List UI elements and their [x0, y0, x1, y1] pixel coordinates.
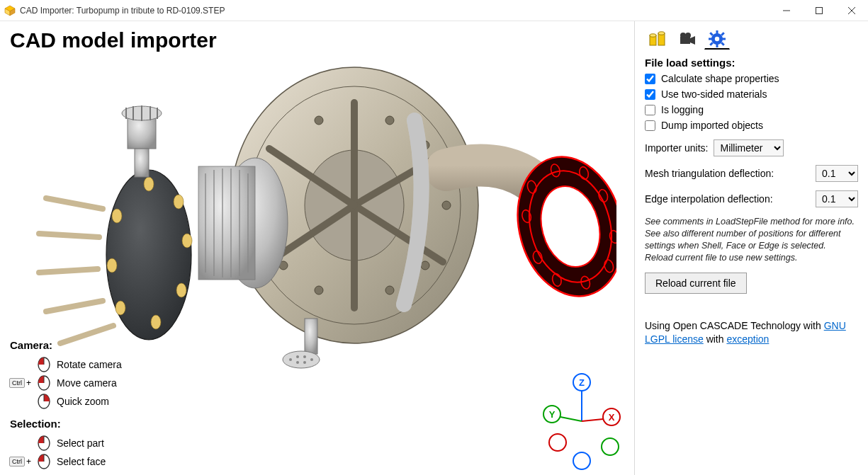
- helper-text: See comments in LoadStepFile method for …: [645, 216, 858, 264]
- controls-legend: Camera: Rotate camera Ctrl+ Move camera …: [10, 332, 122, 471]
- tab-tools[interactable]: [645, 28, 670, 50]
- camera-icon: [678, 31, 697, 47]
- row-mesh-tri: Mesh triangulation deflection: 0.010.050…: [645, 165, 858, 182]
- svg-point-49: [176, 283, 186, 297]
- checkbox-two-sided[interactable]: [645, 89, 655, 100]
- legend-move-camera: Ctrl+ Move camera: [10, 374, 122, 392]
- svg-rect-109: [722, 38, 726, 40]
- svg-point-18: [442, 201, 451, 210]
- sidebar-tabs: [645, 28, 858, 50]
- svg-text:Z: Z: [579, 377, 585, 388]
- cylinders-icon: [648, 31, 667, 47]
- svg-point-68: [283, 351, 320, 368]
- select-importer-units[interactable]: MillimeterCentimeterMeterInchFoot: [714, 139, 784, 156]
- svg-rect-66: [135, 149, 149, 177]
- svg-point-21: [315, 286, 323, 294]
- axis-triad[interactable]: Z Y X: [539, 372, 624, 471]
- check-label: Calculate shape properties: [661, 73, 779, 84]
- svg-point-71: [303, 355, 306, 358]
- mouse-left-icon: [37, 435, 51, 451]
- checkbox-dump-imported[interactable]: [645, 120, 655, 131]
- app-icon: [4, 5, 16, 16]
- legend-quick-zoom: Quick zoom: [10, 392, 122, 411]
- legend-label: Quick zoom: [57, 396, 109, 407]
- svg-point-100: [658, 32, 665, 35]
- legend-label: Select part: [57, 437, 104, 449]
- svg-point-104: [685, 33, 691, 38]
- svg-line-55: [39, 234, 99, 237]
- legend-rotate-camera: Rotate camera: [10, 355, 122, 374]
- legend-label: Select face: [57, 456, 106, 467]
- svg-point-52: [107, 258, 117, 273]
- svg-point-50: [151, 315, 161, 329]
- svg-rect-106: [716, 30, 718, 34]
- svg-point-46: [144, 177, 154, 191]
- check-two-sided[interactable]: Use two-sided materials: [645, 88, 858, 100]
- exception-link[interactable]: exception: [726, 333, 769, 345]
- svg-point-48: [182, 234, 192, 248]
- legend-label: Rotate camera: [57, 359, 122, 370]
- title-bar: CAD Importer: Turbopump in tribute to RD…: [0, 0, 868, 21]
- svg-rect-4: [816, 7, 823, 13]
- edge-interp-label: Edge interpolation deflection:: [645, 193, 773, 205]
- svg-point-114: [715, 36, 719, 40]
- ctrl-key-icon: Ctrl: [9, 457, 25, 467]
- check-label: Dump imported objects: [661, 120, 763, 131]
- svg-point-47: [174, 195, 184, 209]
- mouse-left-icon: [37, 375, 51, 391]
- gear-icon: [708, 30, 726, 48]
- close-button[interactable]: [835, 0, 868, 21]
- check-label: Use two-sided materials: [661, 88, 767, 100]
- selection-legend-title: Selection:: [10, 418, 122, 430]
- check-calc-shape[interactable]: Calculate shape properties: [645, 73, 858, 84]
- svg-rect-67: [305, 319, 317, 354]
- svg-point-74: [296, 361, 299, 364]
- settings-title: File load settings:: [645, 57, 858, 69]
- select-edge-interp[interactable]: 0.010.050.10.51.0: [816, 190, 858, 207]
- svg-text:X: X: [609, 412, 615, 423]
- svg-point-103: [680, 33, 686, 38]
- camera-legend-title: Camera:: [10, 339, 122, 351]
- row-importer-units: Importer units: MillimeterCentimeterMete…: [645, 139, 858, 156]
- tab-settings[interactable]: [704, 28, 730, 50]
- svg-line-54: [46, 198, 103, 209]
- checkbox-is-logging[interactable]: [645, 105, 655, 115]
- check-is-logging[interactable]: Is logging: [645, 104, 858, 115]
- units-label: Importer units:: [645, 142, 708, 154]
- svg-text:Y: Y: [549, 409, 556, 420]
- credit-text: Using Open CASCADE Technology with GNU L…: [645, 319, 858, 347]
- svg-rect-38: [198, 166, 255, 280]
- select-mesh-tri[interactable]: 0.010.050.10.51.0: [816, 165, 858, 182]
- svg-point-70: [296, 355, 299, 358]
- svg-point-98: [650, 34, 656, 37]
- svg-point-19: [421, 261, 429, 270]
- checkbox-calc-shape[interactable]: [645, 74, 655, 84]
- mouse-left-icon: [37, 357, 51, 372]
- svg-point-95: [602, 438, 619, 455]
- ctrl-key-icon: Ctrl: [9, 378, 25, 388]
- minimize-button[interactable]: [770, 0, 803, 21]
- svg-marker-102: [690, 36, 695, 45]
- svg-point-53: [112, 209, 122, 223]
- viewport-heading: CAD model importer: [10, 28, 217, 52]
- svg-point-23: [315, 116, 323, 125]
- svg-rect-107: [716, 44, 718, 47]
- svg-point-20: [385, 286, 394, 294]
- svg-point-96: [573, 452, 590, 469]
- svg-line-56: [39, 269, 98, 273]
- reload-button[interactable]: Reload current file: [645, 273, 747, 294]
- row-edge-interp: Edge interpolation deflection: 0.010.050…: [645, 190, 858, 207]
- svg-point-73: [303, 361, 306, 364]
- tab-camera[interactable]: [675, 28, 700, 50]
- viewport-3d[interactable]: CAD model importer: [0, 21, 634, 475]
- check-dump-imported[interactable]: Dump imported objects: [645, 120, 858, 131]
- svg-point-94: [549, 434, 566, 451]
- legend-select-face: Ctrl+ Select face: [10, 452, 122, 471]
- svg-point-16: [385, 116, 394, 125]
- mouse-right-icon: [37, 394, 51, 409]
- settings-sidebar: File load settings: Calculate shape prop…: [634, 21, 868, 475]
- mesh-tri-label: Mesh triangulation deflection:: [645, 168, 774, 179]
- svg-point-69: [289, 358, 292, 361]
- maximize-button[interactable]: [803, 0, 835, 21]
- window-title: CAD Importer: Turbopump in tribute to RD…: [20, 6, 770, 16]
